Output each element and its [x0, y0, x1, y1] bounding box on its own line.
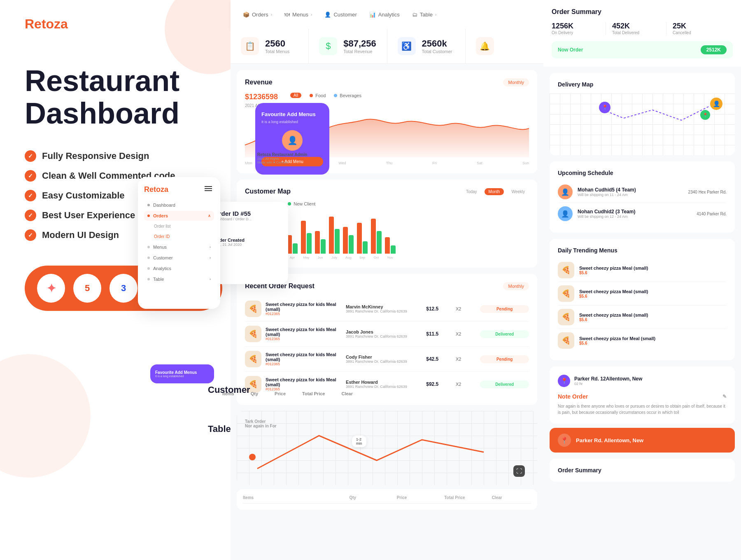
- col-price: Price: [397, 495, 436, 500]
- customer-map-header: Customer Map Today Month Weekly: [245, 188, 529, 195]
- map-tab-month[interactable]: Month: [485, 188, 504, 195]
- delivery-map-title: Delivery Map: [558, 81, 727, 88]
- note-order-title: Note Order ✎: [558, 393, 727, 400]
- delivery-addr-bar: 📍 Parker Rd. Allentown, New: [550, 428, 735, 453]
- bar-new-9: [377, 231, 382, 254]
- stat-menus-label: Total Menus: [265, 49, 289, 54]
- order-info-1: Sweet cheezy pizza for kids Meal (small)…: [266, 327, 342, 341]
- schedule-address-1: 2340 Hex Parker Rd.: [688, 190, 727, 194]
- bar-retained-4: [301, 221, 306, 254]
- order-qty-1: X2: [456, 331, 476, 336]
- bar-group-9: [371, 219, 382, 254]
- schedule-item-2: 👤 Nohan Cudhid2 (3 Team) Will be shippin…: [558, 203, 727, 224]
- note-pin-icon: 📍: [558, 375, 570, 387]
- col-clear: Clear: [492, 495, 531, 500]
- customer-map-title: Customer Map: [245, 188, 291, 195]
- col-qty: Qty: [349, 495, 388, 500]
- th-qty: Qty: [251, 391, 258, 396]
- trending-thumb-4: 🍕: [558, 332, 574, 349]
- fav-card-desc: It is a long established: [261, 120, 323, 124]
- nav-menus[interactable]: 🍽 Menus ›: [284, 12, 312, 18]
- nav-orders[interactable]: 📦 Orders ›: [243, 12, 272, 18]
- stat-customer-label: Total Customer: [422, 49, 452, 54]
- map-tab-weekly[interactable]: Weekly: [507, 188, 529, 195]
- order-summary-panel: Order Summary 1256K On Delivery 452K Tot…: [543, 0, 741, 67]
- order-status-3: Delivered: [480, 380, 529, 388]
- trending-thumb-3: 🍕: [558, 309, 574, 325]
- order-price-0: $12.5: [426, 306, 452, 312]
- recent-orders-filter[interactable]: Monthly: [503, 282, 529, 290]
- cancelled-label: Cancelled: [673, 30, 720, 35]
- legend-food: Food: [310, 93, 326, 98]
- trending-item-3: 🍕 Sweet cheezy pizza Meal (small) $5.6: [558, 306, 727, 329]
- bell-icon: 🔔: [476, 37, 494, 55]
- trending-thumb-1: 🍕: [558, 262, 574, 278]
- revenue-filter[interactable]: Monthly: [503, 78, 529, 86]
- order-thumb-1: 🍕: [245, 326, 261, 342]
- note-location-text: Parker Rd. 12Allentown, New 02 hr: [574, 376, 642, 386]
- summary-delivered: 452K Total Delivered: [612, 22, 666, 35]
- order-info-3: Sweet cheezy pizza for kids Meal (small)…: [266, 377, 342, 391]
- sp-nav-orders[interactable]: Orders ∧: [144, 211, 214, 221]
- delivered-value: 452K: [612, 22, 660, 30]
- chart-legend: All Food Beverages: [290, 93, 361, 98]
- nav-table[interactable]: 🗂 Table ›: [412, 12, 436, 18]
- bar-retained-7: [343, 227, 348, 254]
- customer-info-1: Jacob Jones 3891 Ranchview Dr. Californi…: [346, 329, 422, 338]
- trending-item-2: 🍕 Sweet cheezy pizza Meal (small) $5.6: [558, 282, 727, 306]
- order-price-1: $11.5: [426, 331, 452, 337]
- stat-card-menus: 📋 2560 Total Menus: [231, 29, 309, 63]
- trending-title: Daily Trending Menus: [558, 247, 727, 254]
- bar-group-7: [343, 227, 354, 254]
- map-tab-today[interactable]: Today: [462, 188, 481, 195]
- sp-nav-table[interactable]: Table ›: [144, 274, 214, 284]
- bar-group-4: [301, 221, 312, 254]
- schedule-item-1: 👤 Mohan Cudhid5 (4 Team) Will be shippin…: [558, 181, 727, 203]
- on-delivery-value: 1256K: [552, 22, 599, 30]
- order-thumb-2: 🍕: [245, 351, 261, 367]
- fav-card-avatar: 👤: [282, 130, 303, 151]
- upcoming-section: Upcoming Schedule 👤 Mohan Cudhid5 (4 Tea…: [550, 161, 735, 233]
- sp-nav-dashboard[interactable]: Dashboard: [144, 200, 214, 210]
- order-timeline: Order Created Thu, 21 Jul 2020: [214, 229, 280, 247]
- recent-orders-section: Recent Order Request Monthly 🍕 Sweet che…: [237, 274, 537, 405]
- sp-nav-orderlist[interactable]: Order list: [144, 222, 214, 231]
- order-row-2: 🍕 Sweet cheezy pizza for kids Meal (smal…: [245, 347, 529, 372]
- order-row-1: 🍕 Sweet cheezy pizza for kids Meal (smal…: [245, 322, 529, 347]
- revenue-icon: $: [319, 37, 337, 55]
- bar-group-5: [315, 231, 326, 254]
- customer-info-0: Marvin McKinney 3891 Ranchview Dr. Calif…: [346, 304, 422, 313]
- trending-info-3: Sweet cheezy pizza Meal (small) $5.6: [579, 313, 648, 322]
- fav-card-small-title: Favourite Add Menus: [155, 370, 209, 375]
- schedule-avatar-2: 👤: [558, 206, 573, 221]
- admin-label: Retoza Restaurant Admin 2021 All Rights …: [257, 152, 307, 164]
- schedule-address-2: 4140 Parker Rd.: [697, 212, 727, 216]
- daily-trending-section: Daily Trending Menus 🍕 Sweet cheezy pizz…: [550, 239, 735, 360]
- legend-beverages: Beverages: [334, 93, 361, 98]
- nav-customer[interactable]: 👤 Customer: [324, 12, 357, 18]
- sp-nav-customer[interactable]: Customer ›: [144, 253, 214, 263]
- summary-stats: 1256K On Delivery 452K Total Delivered 2…: [552, 22, 733, 35]
- top-nav: 📦 Orders › 🍽 Menus › 👤 Customer 📊 Analyt…: [231, 0, 543, 29]
- nav-analytics[interactable]: 📊 Analytics: [369, 12, 400, 18]
- note-edit-icon[interactable]: ✎: [722, 394, 727, 399]
- order-row-0: 🍕 Sweet cheezy pizza for kids Meal (smal…: [245, 296, 529, 322]
- sidebar-preview: Retoza Dashboard Orders ∧ Order list Ord…: [138, 177, 220, 309]
- bar-new-6: [335, 229, 340, 254]
- order-summary-title: Order Summary: [552, 8, 733, 16]
- sp-nav-orderid[interactable]: Order ID: [144, 232, 214, 241]
- bar-retained-6: [329, 217, 334, 254]
- fav-card-small-desc: It is a long established: [155, 375, 209, 378]
- hamburger-icon[interactable]: [205, 186, 212, 191]
- sp-nav-menus[interactable]: Menus ›: [144, 242, 214, 252]
- order-id-title: Order ID #55: [214, 210, 280, 217]
- feature-item-1: ✓ Fully Responsive Design: [25, 150, 206, 162]
- delivered-label: Total Delivered: [612, 30, 660, 35]
- customer-info-3: Esther Howard 3891 Ranchview Dr. Califor…: [346, 380, 422, 389]
- th-price: Price: [275, 391, 286, 396]
- order-status-1: Delivered: [480, 330, 529, 338]
- order-summary-bottom: Order Summary: [550, 459, 735, 482]
- map-expand-icon[interactable]: ⛶: [513, 465, 525, 477]
- sp-nav-analytics[interactable]: Analytics: [144, 264, 214, 273]
- bar-new-10: [391, 245, 396, 254]
